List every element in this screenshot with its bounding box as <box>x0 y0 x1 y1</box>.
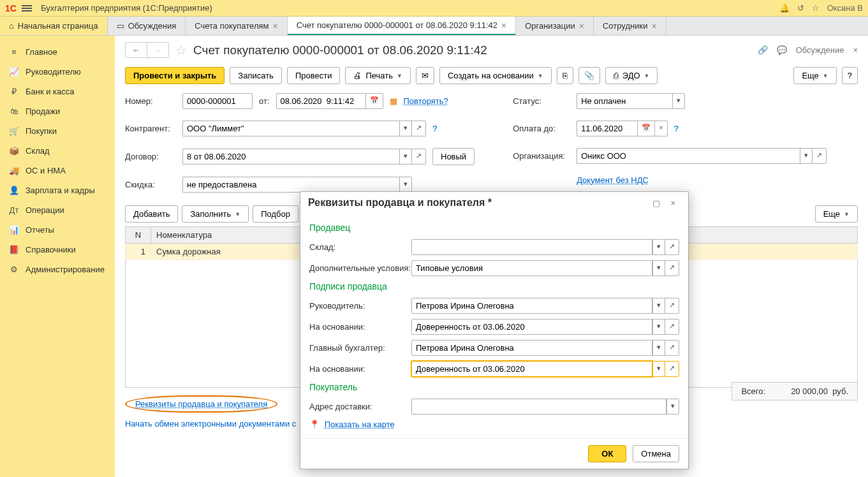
warehouse-input[interactable] <box>411 239 652 255</box>
sidebar-item-purchases[interactable]: 🛒Покупки <box>0 121 115 141</box>
accountant-input[interactable] <box>411 340 652 356</box>
nav-back-button[interactable]: ← <box>126 43 147 57</box>
help-icon[interactable]: ? <box>432 124 438 133</box>
new-contract-button[interactable]: Новый <box>432 148 474 165</box>
fill-button[interactable]: Заполнить ▼ <box>182 205 249 223</box>
sidebar-item-os[interactable]: 🚚ОС и НМА <box>0 161 115 180</box>
discussion-label[interactable]: Обсуждение <box>796 45 844 55</box>
chevron-down-icon[interactable]: ▾ <box>652 260 665 276</box>
show-on-map-link[interactable]: Показать на карте <box>325 420 395 429</box>
no-vat-link[interactable]: Документ без НДС <box>577 175 649 185</box>
sidebar-item-warehouse[interactable]: 📦Склад <box>0 141 115 161</box>
cancel-button[interactable]: Отмена <box>633 445 679 462</box>
star-icon[interactable]: ☆ <box>812 3 820 13</box>
tab-current-doc[interactable]: Счет покупателю 0000-000001 от 08.06.202… <box>288 17 517 35</box>
close-icon[interactable]: × <box>651 21 656 31</box>
table-more-button[interactable]: Еще ▼ <box>815 205 858 223</box>
chevron-down-icon[interactable]: ▾ <box>652 239 665 255</box>
chevron-down-icon[interactable]: ▾ <box>652 319 665 335</box>
nav-forward-button[interactable]: → <box>147 43 168 57</box>
requisites-link[interactable]: Реквизиты продавца и покупателя <box>135 399 267 409</box>
help-button[interactable]: ? <box>842 67 858 84</box>
chevron-down-icon[interactable]: ▾ <box>666 399 679 415</box>
tab-invoices[interactable]: Счета покупателям × <box>186 17 287 35</box>
col-n[interactable]: N <box>126 227 151 244</box>
attach-button[interactable]: 📎 <box>578 67 600 84</box>
post-and-close-button[interactable]: Провести и закрыть <box>125 67 224 84</box>
sidebar-item-operations[interactable]: ДтОперации <box>0 200 115 220</box>
number-input[interactable] <box>182 93 253 109</box>
counterparty-input[interactable] <box>182 121 399 136</box>
director-input[interactable] <box>411 298 652 314</box>
pay-until-input[interactable] <box>577 121 637 136</box>
chevron-down-icon[interactable]: ▾ <box>652 298 665 314</box>
close-icon[interactable]: × <box>665 198 680 208</box>
repeat-icon[interactable]: ▦ <box>390 96 397 106</box>
chevron-down-icon[interactable]: ▾ <box>800 148 813 164</box>
chevron-down-icon[interactable]: ▾ <box>399 177 412 193</box>
maximize-icon[interactable]: ▢ <box>647 198 665 208</box>
chevron-down-icon[interactable]: ▾ <box>652 361 665 377</box>
sidebar-item-sales[interactable]: 🛍Продажи <box>0 101 115 121</box>
favorite-icon[interactable]: ☆ <box>175 43 187 58</box>
open-icon[interactable]: ↗ <box>665 340 679 356</box>
chevron-down-icon[interactable]: ▾ <box>672 93 685 109</box>
tab-discussions[interactable]: ▭ Обсуждения <box>108 17 186 35</box>
edo-button[interactable]: ⎙ЭДО▼ <box>605 67 658 84</box>
close-icon[interactable]: × <box>579 21 584 31</box>
date-input[interactable] <box>276 93 365 109</box>
open-icon[interactable]: ↗ <box>813 148 827 164</box>
tab-home[interactable]: ⌂ Начальная страница <box>0 17 108 35</box>
based-on-2-input[interactable] <box>411 361 652 377</box>
close-icon[interactable]: × <box>853 45 858 55</box>
sidebar-item-main[interactable]: ≡Главное <box>0 42 115 62</box>
calendar-icon[interactable]: 📅 <box>365 93 383 109</box>
ok-button[interactable]: ОК <box>588 445 626 462</box>
tab-employees[interactable]: Сотрудники × <box>594 17 666 35</box>
open-icon[interactable]: ↗ <box>665 260 679 276</box>
clear-icon[interactable]: × <box>655 121 667 136</box>
open-icon[interactable]: ↗ <box>412 121 426 136</box>
user-name[interactable]: Оксана В <box>827 3 863 13</box>
add-row-button[interactable]: Добавить <box>125 205 178 223</box>
sidebar-item-reports[interactable]: 📊Отчеты <box>0 220 115 240</box>
history-icon[interactable]: ↺ <box>797 3 804 13</box>
sidebar-item-manager[interactable]: 📈Руководителю <box>0 62 115 82</box>
open-icon[interactable]: ↗ <box>665 239 679 255</box>
more-button[interactable]: Еще▼ <box>793 67 836 84</box>
open-icon[interactable]: ↗ <box>665 361 679 377</box>
discussion-icon[interactable]: 💬 <box>777 45 787 55</box>
discount-input[interactable] <box>182 177 399 193</box>
calendar-icon[interactable]: 📅 <box>637 121 655 136</box>
bell-icon[interactable]: 🔔 <box>779 3 790 13</box>
select-button[interactable]: Подбор <box>253 205 298 223</box>
print-button[interactable]: 🖨Печать▼ <box>345 67 411 84</box>
delivery-input[interactable] <box>411 399 666 415</box>
help-icon[interactable]: ? <box>674 124 679 133</box>
tab-organizations[interactable]: Организации × <box>516 17 594 35</box>
open-icon[interactable]: ↗ <box>665 298 679 314</box>
chevron-down-icon[interactable]: ▾ <box>399 149 412 165</box>
structure-button[interactable]: ⎘ <box>557 67 573 84</box>
extra-cond-input[interactable] <box>411 260 652 276</box>
based-on-1-input[interactable] <box>411 319 652 335</box>
open-icon[interactable]: ↗ <box>412 149 426 165</box>
repeat-link[interactable]: Повторять? <box>404 96 448 106</box>
org-input[interactable] <box>577 148 800 164</box>
sidebar-item-bank[interactable]: ₽Банк и касса <box>0 82 115 101</box>
post-button[interactable]: Провести <box>287 67 341 84</box>
sidebar-item-refs[interactable]: 📕Справочники <box>0 240 115 260</box>
contract-input[interactable] <box>182 149 399 165</box>
chevron-down-icon[interactable]: ▾ <box>652 340 665 356</box>
close-icon[interactable]: × <box>501 20 506 31</box>
main-menu-icon[interactable] <box>22 4 32 13</box>
close-icon[interactable]: × <box>272 21 277 31</box>
save-button[interactable]: Записать <box>230 67 282 84</box>
sidebar-item-salary[interactable]: 👤Зарплата и кадры <box>0 180 115 200</box>
status-input[interactable] <box>577 93 672 109</box>
link-icon[interactable]: 🔗 <box>758 45 768 55</box>
open-icon[interactable]: ↗ <box>665 319 679 335</box>
email-button[interactable]: ✉ <box>416 67 434 84</box>
create-based-button[interactable]: Создать на основании▼ <box>439 67 552 84</box>
chevron-down-icon[interactable]: ▾ <box>399 121 412 136</box>
